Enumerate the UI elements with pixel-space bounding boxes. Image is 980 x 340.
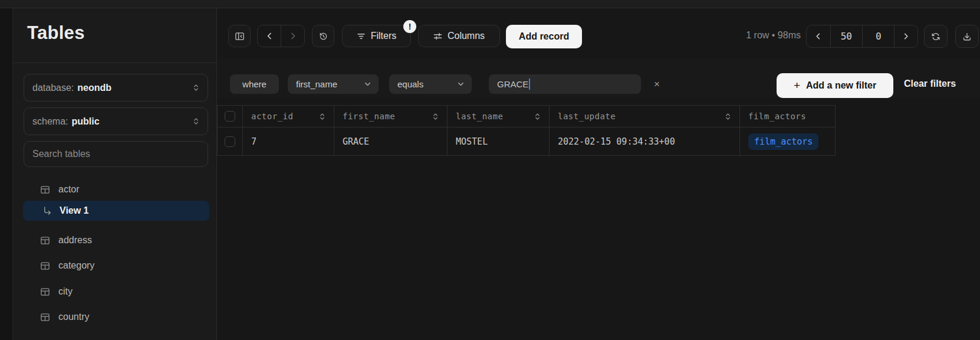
columns-button[interactable]: Columns <box>418 25 500 47</box>
column-header-label: last_name <box>456 112 503 121</box>
sliders-icon <box>433 32 442 40</box>
select-updown-icon <box>193 83 199 92</box>
table-icon <box>40 261 50 271</box>
sidebar-item-label: category <box>58 260 94 271</box>
filter-operator-select[interactable]: equals <box>389 74 472 94</box>
filter-field-value: first_name <box>296 79 337 89</box>
database-select-value: neondb <box>77 83 111 93</box>
sidebar-item-view-1[interactable]: View 1 <box>23 201 209 221</box>
history-clock-icon <box>318 31 328 41</box>
table-icon <box>40 312 50 322</box>
film-actors-link[interactable]: film_actors <box>748 133 818 150</box>
chevron-down-icon <box>457 80 465 88</box>
sort-icon[interactable] <box>427 112 439 121</box>
page-offset-input[interactable]: 0 <box>862 25 894 47</box>
sidebar-item-category[interactable]: category <box>23 256 209 276</box>
search-tables-input[interactable] <box>32 149 199 159</box>
table-icon <box>40 236 50 246</box>
filters-button[interactable]: Filters <box>342 25 411 47</box>
text-cursor <box>529 79 530 90</box>
sort-icon[interactable] <box>530 112 541 121</box>
sort-icon[interactable] <box>720 112 731 121</box>
schema-select[interactable]: schema: public <box>24 107 208 135</box>
forward-button[interactable] <box>281 25 304 47</box>
filters-button-label: Filters <box>371 31 397 41</box>
history-nav-group <box>257 25 305 47</box>
filter-value-text: GRACE <box>497 79 528 89</box>
sidebar-item-actor[interactable]: actor <box>23 179 209 200</box>
row-select-cell <box>218 128 243 156</box>
clear-filters-button[interactable]: Clear filters <box>904 79 956 89</box>
column-header-label: actor_id <box>251 112 293 121</box>
sidebar-item-label: actor <box>58 184 80 195</box>
sidebar-item-country[interactable]: country <box>23 307 209 327</box>
app-window: Tables database: neondb schema: public a… <box>0 0 980 340</box>
pagination-control: 50 0 <box>806 25 918 48</box>
download-button[interactable] <box>955 25 979 48</box>
column-header-first-name[interactable]: first_name <box>334 106 448 128</box>
next-page-button[interactable] <box>894 25 917 47</box>
column-header-last-update[interactable]: last_update <box>550 106 740 128</box>
add-record-button[interactable]: Add record <box>506 25 582 48</box>
table-icon <box>40 287 50 297</box>
add-record-label: Add record <box>519 31 569 42</box>
where-label: where <box>230 74 279 94</box>
prev-page-button[interactable] <box>807 25 830 47</box>
sidebar-item-label: city <box>58 286 73 297</box>
sidebar: Tables database: neondb schema: public a… <box>13 8 217 340</box>
select-updown-icon <box>193 117 199 126</box>
data-grid: actor_id first_name last_name last_updat… <box>217 105 836 156</box>
elbow-arrow-icon <box>42 206 52 216</box>
sidebar-item-label: View 1 <box>60 205 89 216</box>
chevron-left-icon <box>814 32 822 40</box>
query-status-text: 1 row • 98ms <box>741 30 801 41</box>
database-select-label: database: <box>32 83 74 93</box>
cell-actor-id[interactable]: 7 <box>243 128 334 156</box>
sort-icon[interactable] <box>314 112 325 121</box>
refresh-button[interactable] <box>924 25 948 48</box>
remove-filter-button[interactable]: × <box>650 77 664 91</box>
schema-select-label: schema: <box>32 116 68 127</box>
search-tables-field <box>24 141 208 167</box>
collapse-sidebar-button[interactable] <box>228 25 251 47</box>
query-history-button[interactable] <box>312 25 334 47</box>
add-filter-button[interactable]: + Add a new filter <box>777 73 893 98</box>
column-header-film-actors[interactable]: film_actors <box>740 106 836 128</box>
column-header-label: first_name <box>343 112 395 121</box>
column-header-actor-id[interactable]: actor_id <box>243 106 334 128</box>
select-all-checkbox[interactable] <box>225 111 235 122</box>
columns-button-label: Columns <box>448 31 485 41</box>
cell-first-name[interactable]: GRACE <box>334 128 448 156</box>
left-rail <box>0 8 13 340</box>
chevron-left-icon <box>265 32 274 40</box>
sidebar-divider <box>13 63 216 63</box>
column-header-label: film_actors <box>748 112 806 121</box>
back-button[interactable] <box>258 25 281 47</box>
filters-alert-badge: ! <box>403 20 416 33</box>
refresh-icon <box>931 32 940 41</box>
sidebar-item-label: country <box>58 312 89 322</box>
table-icon <box>40 185 50 195</box>
window-top-strip <box>0 0 980 8</box>
column-header-label: last_update <box>558 112 616 121</box>
database-select[interactable]: database: neondb <box>24 74 208 102</box>
column-header-last-name[interactable]: last_name <box>448 106 550 128</box>
sidebar-item-city[interactable]: city <box>23 282 209 302</box>
download-icon <box>962 32 972 41</box>
cell-last-name[interactable]: MOSTEL <box>448 128 550 156</box>
select-all-cell <box>218 106 243 128</box>
row-checkbox[interactable] <box>225 136 235 147</box>
panel-left-close-icon <box>235 31 245 41</box>
sidebar-item-label: address <box>58 235 92 246</box>
filter-operator-value: equals <box>397 79 423 89</box>
cell-last-update[interactable]: 2022-02-15 09:34:33+00 <box>550 128 740 156</box>
chevron-down-icon <box>364 80 371 88</box>
filter-funnel-icon <box>357 32 366 40</box>
page-size-input[interactable]: 50 <box>830 25 862 47</box>
chevron-right-icon <box>289 32 297 40</box>
filter-field-select[interactable]: first_name <box>288 74 379 94</box>
sidebar-item-address[interactable]: address <box>23 230 209 250</box>
filter-value-input[interactable]: GRACE <box>489 74 641 94</box>
cell-film-actors: film_actors <box>740 128 836 156</box>
plus-icon: + <box>794 79 800 92</box>
